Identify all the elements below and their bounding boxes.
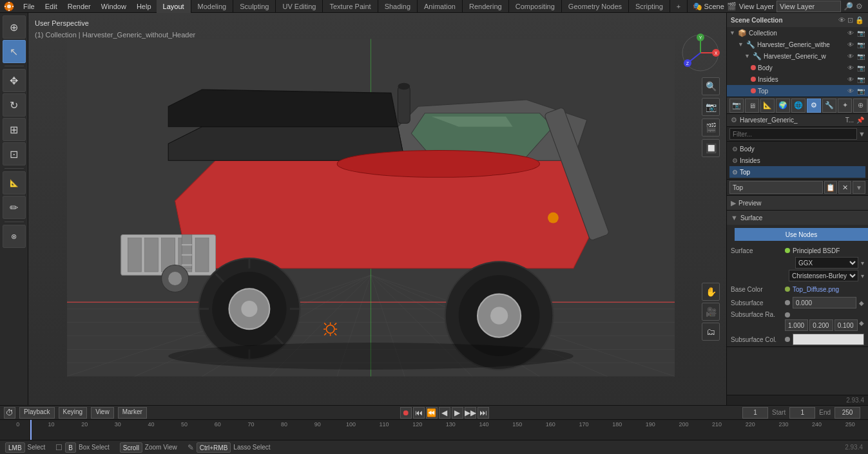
outliner-collection[interactable]: ▼ 📦 Collection 👁 📷 xyxy=(727,27,868,39)
top-vis[interactable]: 👁 xyxy=(846,88,855,95)
jump-start-btn[interactable]: ⏮ xyxy=(413,407,425,419)
add-workspace-tab[interactable]: + xyxy=(670,0,688,13)
material-search-input[interactable] xyxy=(729,128,857,140)
rotate-tool-btn[interactable]: ↻ xyxy=(3,93,26,117)
subsurface-r-value[interactable]: 1.000 xyxy=(785,319,808,331)
preview-section-header[interactable]: ▶ Preview xyxy=(727,196,868,210)
harvester-nested-vis[interactable]: 👁 xyxy=(846,53,855,60)
tab-texture-paint[interactable]: Texture Paint xyxy=(323,0,378,13)
select-tool-btn[interactable]: ↖ xyxy=(3,40,26,63)
harvester-top-vis[interactable]: 👁 xyxy=(846,41,855,48)
insides-vis[interactable]: 👁 xyxy=(846,76,855,83)
menu-window[interactable]: Window xyxy=(96,0,131,13)
move-tool-btn[interactable]: ✥ xyxy=(3,69,26,92)
subsurface-keyframe[interactable]: ◆ xyxy=(859,299,864,307)
outliner-harvester-nested[interactable]: ▼ 🔧 Harvester_Generic_w 👁 📷 xyxy=(727,50,868,62)
use-nodes-btn[interactable]: Use Nodes xyxy=(735,228,868,241)
prop-tab-object[interactable]: ⚙ xyxy=(807,99,821,113)
subsurface-radius-keyframe[interactable]: ◆ xyxy=(859,319,864,331)
outliner-harvester-top[interactable]: ▼ 🔧 Harvester_Generic_withe 👁 📷 xyxy=(727,39,868,50)
harvester-top-render[interactable]: 📷 xyxy=(856,41,865,48)
menu-render[interactable]: Render xyxy=(63,0,96,13)
tab-scripting[interactable]: Scripting xyxy=(629,0,670,13)
measure-tool-btn[interactable]: 📐 xyxy=(3,171,26,194)
outliner-insides[interactable]: Insides 👁 📷 xyxy=(727,73,868,85)
tab-shading[interactable]: Shading xyxy=(378,0,418,13)
step-forward-btn[interactable]: ▶▶ xyxy=(465,407,476,419)
subsurface-method-select[interactable]: Christensen-Burley xyxy=(789,270,858,281)
jump-prev-keyframe-btn[interactable]: ⏪ xyxy=(426,407,438,419)
distribution-select[interactable]: GGX xyxy=(795,257,858,269)
prop-tab-output[interactable]: 🖥 xyxy=(745,99,759,113)
current-frame-input[interactable] xyxy=(742,407,768,419)
transform-tool-btn[interactable]: ⊡ xyxy=(3,142,26,166)
menu-help[interactable]: Help xyxy=(131,0,157,13)
timeline-mode-icon[interactable]: ⏱ xyxy=(4,407,15,419)
prop-tab-render[interactable]: 📷 xyxy=(729,99,744,113)
tab-modeling[interactable]: Modeling xyxy=(191,0,234,13)
prop-tab-physics[interactable]: ⊕ xyxy=(853,99,867,113)
collection-render-icon[interactable]: 📷 xyxy=(856,30,865,37)
blender-logo[interactable] xyxy=(3,0,15,13)
marker-btn[interactable]: Marker xyxy=(118,407,147,419)
subsurface-b-value[interactable]: 0.100 xyxy=(834,319,858,331)
collections-btn[interactable]: 🗂 xyxy=(702,323,720,341)
record-btn[interactable]: ⏺ xyxy=(400,407,412,419)
outliner-top[interactable]: Top 👁 📷 xyxy=(727,85,868,97)
outliner-select-icon[interactable]: ⊡ xyxy=(847,16,853,24)
timeline-ruler-area[interactable]: 0 10 20 30 40 50 60 70 80 90 100 110 120… xyxy=(0,420,868,440)
body-vis[interactable]: 👁 xyxy=(846,64,855,71)
scale-tool-btn[interactable]: ⊞ xyxy=(3,118,26,141)
base-color-texture[interactable]: Top_Diffuse.png xyxy=(793,286,864,293)
tab-compositing[interactable]: Compositing xyxy=(509,0,562,13)
hand-tool-btn[interactable]: ✋ xyxy=(702,283,720,301)
render-view-btn[interactable]: 🎬 xyxy=(702,118,720,137)
insides-render[interactable]: 📷 xyxy=(856,76,865,83)
tab-uv-editing[interactable]: UV Editing xyxy=(276,0,323,13)
distribution-arrow[interactable]: ▾ xyxy=(861,260,864,267)
end-frame-input[interactable] xyxy=(834,407,860,419)
add-primitive-btn[interactable]: ⊗ xyxy=(3,225,26,248)
zoom-in-btn[interactable]: 🔍 xyxy=(702,77,720,95)
tab-geometry-nodes[interactable]: Geometry Nodes xyxy=(562,0,629,13)
harvester-nested-render[interactable]: 📷 xyxy=(856,53,865,60)
subsurface-value[interactable]: 0.000 xyxy=(793,297,856,308)
cursor-tool-btn[interactable]: ⊕ xyxy=(3,15,26,39)
subsurface-radius-dot[interactable] xyxy=(785,312,790,317)
outliner-body[interactable]: Body 👁 📷 xyxy=(727,62,868,73)
3d-viewport[interactable]: Object Mode ▾ View Select Add Object ⊕ ⊙… xyxy=(28,13,726,405)
prop-tab-view[interactable]: 📐 xyxy=(760,99,775,113)
jump-end-btn[interactable]: ⏭ xyxy=(477,407,489,419)
material-body-item[interactable]: ⚙ Body xyxy=(729,143,865,155)
tab-animation[interactable]: Animation xyxy=(418,0,463,13)
camera-icon-btn[interactable]: 📷 xyxy=(702,98,720,116)
prop-tab-world[interactable]: 🌐 xyxy=(791,99,805,113)
filter-icon[interactable]: ▼ xyxy=(858,130,865,138)
render-engine-btn[interactable]: 🎥 xyxy=(702,303,720,321)
body-render[interactable]: 📷 xyxy=(856,64,865,71)
prop-tab-particles[interactable]: ✦ xyxy=(838,99,852,113)
tab-layout[interactable]: Layout xyxy=(157,0,191,13)
material-insides-item[interactable]: ⚙ Insides xyxy=(729,155,865,166)
material-settings-btn[interactable]: ▼ xyxy=(853,181,865,194)
subsurface-color-dot[interactable] xyxy=(785,337,790,342)
menu-edit[interactable]: Edit xyxy=(40,0,63,13)
pin-icon[interactable]: 📌 xyxy=(856,117,864,124)
subsurface-g-value[interactable]: 0.200 xyxy=(809,319,833,331)
view-layer-input[interactable] xyxy=(776,1,841,12)
viewport-scene[interactable]: User Perspective (1) Collection | Harves… xyxy=(28,13,726,405)
surface-section-header[interactable]: ▼ Surface xyxy=(727,211,868,225)
subsurface-method-arrow[interactable]: ▾ xyxy=(861,272,864,279)
outliner-hide-icon[interactable]: 🔒 xyxy=(855,16,864,24)
step-back-btn[interactable]: ◀ xyxy=(439,407,450,419)
start-frame-input[interactable] xyxy=(789,407,815,419)
material-name-display[interactable]: Top xyxy=(729,181,823,194)
outliner-view-icon[interactable]: 👁 xyxy=(838,16,845,24)
navigation-gizmo[interactable]: X Y Z xyxy=(681,33,720,73)
prop-tab-modifier[interactable]: 🔧 xyxy=(822,99,836,113)
keying-btn[interactable]: Keying xyxy=(59,407,88,419)
subsurface-dot[interactable] xyxy=(785,300,790,305)
playback-btn[interactable]: Playback xyxy=(19,407,55,419)
collection-vis-icon[interactable]: 👁 xyxy=(846,30,855,37)
prop-tab-scene[interactable]: 🌍 xyxy=(776,99,790,113)
